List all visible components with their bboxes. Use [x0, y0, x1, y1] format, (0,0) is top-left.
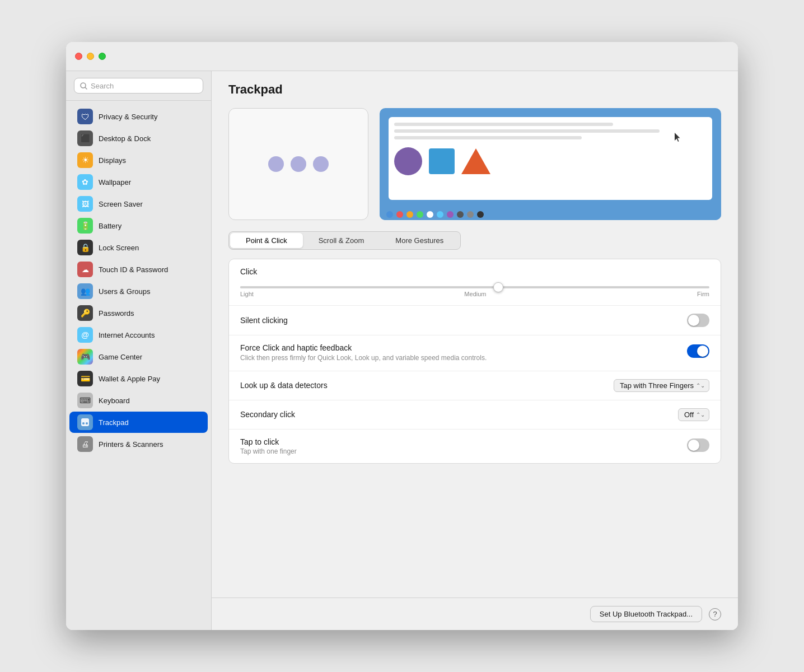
sidebar-label-internet: Internet Accounts — [99, 331, 155, 339]
demo-shape-circle — [394, 147, 422, 175]
svg-line-1 — [85, 87, 87, 89]
svg-point-3 — [82, 422, 85, 424]
setting-lookup: Look up & data detectors Tap with Three … — [229, 371, 721, 400]
search-box[interactable]: Search — [74, 78, 203, 94]
page-title: Trackpad — [228, 82, 721, 97]
sidebar-item-wallpaper[interactable]: ✿ Wallpaper — [69, 171, 208, 193]
sidebar-label-passwords: Passwords — [99, 309, 134, 318]
tap-to-click-toggle-container — [687, 438, 709, 452]
color-dot-black — [477, 211, 484, 218]
maximize-button[interactable] — [99, 53, 106, 60]
force-click-toggle-knob — [697, 346, 708, 357]
sidebar-item-displays[interactable]: ☀ Displays — [69, 150, 208, 171]
click-slider-container[interactable]: Light Medium Firm — [240, 286, 709, 297]
silent-clicking-toggle-knob — [688, 315, 699, 326]
secondary-click-dropdown[interactable]: Off — [678, 408, 709, 421]
sidebar-item-battery[interactable]: 🔋 Battery — [69, 215, 208, 236]
slider-label-light: Light — [240, 291, 254, 297]
minimize-button[interactable] — [87, 53, 94, 60]
color-dot-purple — [447, 211, 454, 218]
sidebar-item-lockscreen[interactable]: 🔒 Lock Screen — [69, 237, 208, 258]
search-placeholder: Search — [91, 82, 114, 90]
settings-panel: Click Light Medium Firm — [228, 259, 721, 464]
sidebar-item-wallet[interactable]: 💳 Wallet & Apple Pay — [69, 368, 208, 389]
color-dot-red — [396, 211, 403, 218]
close-button[interactable] — [75, 53, 82, 60]
tab-scroll-zoom[interactable]: Scroll & Zoom — [303, 233, 380, 248]
bluetooth-trackpad-button[interactable]: Set Up Bluetooth Trackpad... — [590, 606, 702, 622]
tap-to-click-label: Tap to click — [240, 437, 681, 446]
svg-rect-2 — [81, 418, 89, 426]
displays-icon: ☀ — [77, 152, 93, 168]
help-button[interactable]: ? — [709, 608, 721, 620]
internet-icon: @ — [77, 327, 93, 343]
tap-to-click-toggle[interactable] — [687, 438, 709, 452]
passwords-icon: 🔑 — [77, 305, 93, 321]
sidebar-label-gamecenter: Game Center — [99, 353, 142, 361]
window-content: Search 🛡 Privacy & Security ⬛ Desktop & … — [66, 71, 738, 630]
sidebar-label-touchid: Touch ID & Password — [99, 265, 168, 274]
demo-line-1 — [394, 123, 613, 126]
force-click-text-container: Force Click and haptic feedback Click th… — [240, 343, 681, 363]
demo-cursor-icon — [675, 133, 681, 143]
sidebar-item-touchid[interactable]: ☁ Touch ID & Password — [69, 259, 208, 280]
silent-clicking-label: Silent clicking — [240, 316, 288, 325]
setting-tap-to-click: Tap to click Tap with one finger — [229, 430, 721, 463]
sidebar-item-internet[interactable]: @ Internet Accounts — [69, 324, 208, 346]
lookup-dropdown-container: Tap with Three Fingers ⌃⌄ — [614, 379, 709, 392]
demo-shape-triangle — [461, 148, 490, 174]
demo-shapes — [394, 147, 707, 175]
sidebar-items-list: 🛡 Privacy & Security ⬛ Desktop & Dock ☀ … — [66, 101, 211, 460]
titlebar — [66, 42, 738, 71]
force-click-toggle[interactable] — [687, 344, 709, 358]
sidebar-label-keyboard: Keyboard — [99, 396, 130, 405]
search-icon — [80, 82, 87, 90]
sidebar-item-privacy[interactable]: 🛡 Privacy & Security — [69, 106, 208, 127]
click-slider-thumb[interactable] — [493, 282, 503, 292]
sidebar: Search 🛡 Privacy & Security ⬛ Desktop & … — [66, 71, 212, 630]
color-dot-green — [417, 211, 423, 218]
lookup-label: Look up & data detectors — [240, 381, 328, 390]
screensaver-icon: 🖼 — [77, 196, 93, 212]
sidebar-item-keyboard[interactable]: ⌨ Keyboard — [69, 390, 208, 411]
slider-label-firm: Firm — [697, 291, 709, 297]
sidebar-item-users[interactable]: 👥 Users & Groups — [69, 281, 208, 302]
demo-colorbar — [380, 209, 721, 220]
sidebar-item-printers[interactable]: 🖨 Printers & Scanners — [69, 433, 208, 455]
setting-secondary-click: Secondary click Off ⌃⌄ — [229, 400, 721, 430]
sidebar-item-screensaver[interactable]: 🖼 Screen Saver — [69, 193, 208, 214]
secondary-click-label: Secondary click — [240, 410, 295, 419]
tab-point-click[interactable]: Point & Click — [230, 233, 303, 248]
wallpaper-icon: ✿ — [77, 174, 93, 190]
tab-more-gestures[interactable]: More Gestures — [380, 233, 459, 248]
lookup-dropdown[interactable]: Tap with Three Fingers — [614, 379, 709, 392]
sidebar-item-desktop[interactable]: ⬛ Desktop & Dock — [69, 128, 208, 149]
sidebar-label-screensaver: Screen Saver — [99, 200, 143, 208]
sidebar-label-trackpad: Trackpad — [99, 418, 129, 427]
demo-shape-square — [429, 148, 455, 174]
system-preferences-window: Search 🛡 Privacy & Security ⬛ Desktop & … — [66, 42, 738, 630]
force-click-label: Force Click and haptic feedback — [240, 343, 681, 352]
tap-to-click-toggle-knob — [688, 440, 699, 451]
sidebar-item-passwords[interactable]: 🔑 Passwords — [69, 302, 208, 324]
color-dot-gray — [467, 211, 474, 218]
force-click-toggle-container — [687, 344, 709, 358]
privacy-icon: 🛡 — [77, 109, 93, 124]
sidebar-item-gamecenter[interactable]: 🎮 Game Center — [69, 346, 208, 367]
search-container: Search — [66, 71, 211, 101]
color-dot-white — [427, 211, 433, 218]
demo-line-2 — [394, 129, 660, 133]
silent-clicking-toggle[interactable] — [687, 314, 709, 327]
color-dot-blue — [386, 211, 393, 218]
secondary-click-dropdown-wrapper: Off ⌃⌄ — [678, 408, 709, 421]
traffic-lights — [75, 53, 106, 60]
setting-force-click: Force Click and haptic feedback Click th… — [229, 335, 721, 371]
sidebar-item-trackpad[interactable]: Trackpad — [69, 412, 208, 433]
tap-to-click-text-container: Tap to click Tap with one finger — [240, 437, 681, 455]
secondary-click-dropdown-container: Off ⌃⌄ — [678, 408, 709, 421]
trackpad-preview-area — [228, 108, 721, 220]
panel-body: Point & Click Scroll & Zoom More Gesture… — [212, 102, 738, 598]
demo-screen-inner — [389, 117, 712, 200]
trackpad-icon — [77, 414, 93, 430]
sidebar-label-desktop: Desktop & Dock — [99, 134, 151, 143]
